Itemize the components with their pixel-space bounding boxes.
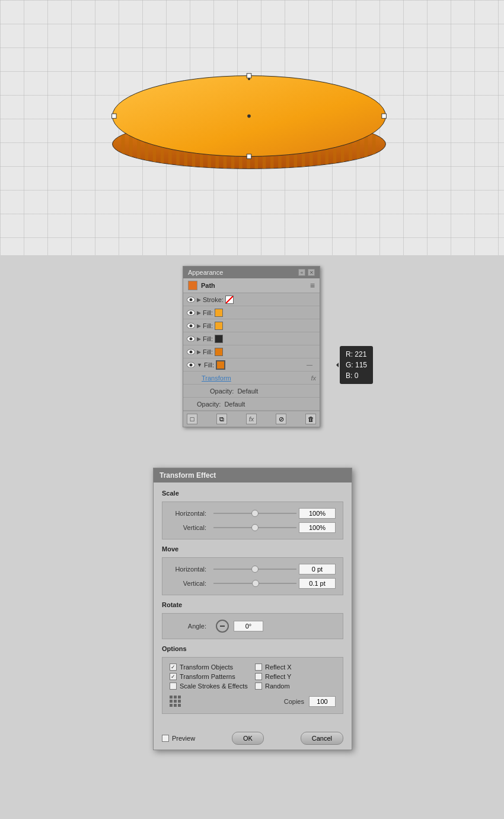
fill-label-4: Fill:	[203, 348, 213, 355]
preview-checkbox[interactable]	[162, 735, 169, 742]
scale-horizontal-thumb[interactable]	[251, 510, 259, 517]
move-horizontal-track[interactable]	[213, 569, 296, 570]
fill-swatch-5[interactable]	[216, 360, 225, 370]
fill-row-1: ▶ Fill:	[183, 306, 320, 319]
preview-row: Preview	[162, 735, 195, 742]
path-color-icon	[188, 281, 197, 290]
fill-swatch-2[interactable]	[215, 322, 223, 330]
reflect-y-label: Reflect Y	[265, 673, 291, 680]
delete-btn[interactable]: ⊘	[276, 414, 286, 424]
scale-horizontal-input[interactable]	[299, 508, 336, 519]
move-vertical-thumb[interactable]	[252, 580, 259, 587]
stroke-swatch[interactable]	[225, 296, 234, 304]
visibility-icon-stroke[interactable]	[187, 297, 195, 303]
fill-row-5-expanded: ▼ Fill: R: 221 G: 115 B: 0	[183, 358, 320, 372]
ok-button[interactable]: OK	[232, 732, 264, 745]
options-section-title: Options	[162, 645, 343, 652]
fx-label[interactable]: fx	[311, 374, 316, 382]
move-horizontal-label: Horizontal:	[170, 566, 211, 573]
fx-btn[interactable]: fx	[246, 414, 257, 424]
visibility-icon-fill1[interactable]	[187, 310, 195, 316]
fill-swatch-3[interactable]	[215, 335, 223, 343]
svg-point-41	[247, 115, 251, 118]
grid-dot-8	[174, 704, 177, 707]
rotate-section: Angle:	[162, 613, 343, 639]
fill-swatch-1[interactable]	[215, 309, 223, 317]
panel-menu-icon[interactable]: ≡	[310, 281, 315, 290]
color-tooltip: R: 221 G: 115 B: 0	[340, 346, 373, 384]
expand-arrow-fill3[interactable]: ▶	[197, 336, 201, 342]
move-section: Horizontal: Vertical:	[162, 557, 343, 595]
duplicate-btn[interactable]: ⧉	[216, 414, 227, 424]
move-vertical-row: Vertical:	[170, 578, 336, 589]
panel-footer: □ ⧉ fx ⊘ 🗑	[183, 411, 320, 427]
transform-objects-checkbox[interactable]	[170, 664, 177, 671]
scale-section-title: Scale	[162, 490, 343, 497]
scale-strokes-label: Scale Strokes & Effects	[180, 682, 248, 690]
reflect-y-checkbox[interactable]	[255, 673, 262, 680]
angle-icon	[216, 620, 229, 633]
expand-arrow-fill4[interactable]: ▶	[197, 349, 201, 355]
connector-line	[307, 365, 312, 366]
visibility-icon-fill4[interactable]	[187, 349, 195, 355]
new-layer-btn[interactable]: □	[187, 414, 197, 424]
tooltip-b: B: 0	[346, 370, 367, 381]
grid-dot-1	[170, 696, 173, 699]
copies-input[interactable]	[309, 696, 336, 707]
coin-svg	[104, 71, 394, 172]
move-section-title: Move	[162, 545, 343, 553]
opacity-label-sub: Opacity:	[210, 388, 235, 395]
visibility-icon-fill5[interactable]	[187, 362, 195, 368]
stroke-label: Stroke:	[203, 296, 224, 303]
expand-arrow-fill1[interactable]: ▶	[197, 310, 201, 316]
grid-dot-5	[174, 700, 177, 703]
reflect-x-option: Reflect X	[255, 664, 336, 671]
expand-arrow-stroke[interactable]: ▶	[197, 297, 201, 303]
transform-patterns-checkbox[interactable]	[170, 673, 177, 680]
fill-row-3: ▶ Fill:	[183, 332, 320, 345]
scale-vertical-track[interactable]	[213, 527, 296, 528]
transform-objects-label: Transform Objects	[180, 664, 233, 671]
transform-patterns-option: Transform Patterns	[170, 673, 250, 680]
grid-dot-2	[174, 696, 177, 699]
panel-title: Appearance	[188, 269, 223, 276]
move-horizontal-thumb[interactable]	[251, 566, 259, 573]
panel-collapse-btn[interactable]: «	[298, 269, 305, 276]
expand-arrow-fill5[interactable]: ▼	[197, 362, 202, 368]
move-vertical-label: Vertical:	[170, 580, 211, 587]
angle-label: Angle:	[170, 623, 211, 630]
scale-strokes-option: Scale Strokes & Effects	[170, 682, 250, 690]
fill-label-5: Fill:	[204, 361, 214, 369]
transform-link[interactable]: Transform	[202, 374, 231, 382]
move-vertical-input[interactable]	[299, 578, 336, 589]
panel-close-btn[interactable]: ✕	[308, 269, 315, 276]
random-checkbox[interactable]	[255, 682, 262, 690]
trash-btn[interactable]: 🗑	[305, 414, 316, 424]
random-label: Random	[265, 682, 290, 690]
dialog-body: Scale Horizontal: Vertical: Move	[154, 482, 352, 727]
rotate-row: Angle:	[170, 620, 336, 633]
panel-titlebar: Appearance « ✕	[183, 266, 320, 278]
fill-swatch-4[interactable]	[215, 348, 223, 356]
svg-rect-39	[382, 114, 387, 119]
move-horizontal-input[interactable]	[299, 564, 336, 574]
tooltip-g: G: 115	[346, 360, 367, 370]
move-vertical-track[interactable]	[213, 583, 296, 584]
scale-strokes-checkbox[interactable]	[170, 682, 177, 690]
cancel-button[interactable]: Cancel	[301, 732, 343, 745]
coin-object[interactable]	[104, 71, 394, 172]
transform-objects-option: Transform Objects	[170, 664, 250, 671]
visibility-icon-fill3[interactable]	[187, 336, 195, 342]
opacity-value-main: Default	[224, 401, 245, 408]
scale-horizontal-track[interactable]	[213, 513, 296, 514]
expand-arrow-fill2[interactable]: ▶	[197, 323, 201, 329]
scale-vertical-thumb[interactable]	[251, 524, 259, 531]
reflect-x-checkbox[interactable]	[255, 664, 262, 671]
scale-horizontal-label: Horizontal:	[170, 510, 211, 517]
opacity-value-sub: Default	[237, 388, 258, 395]
fill-label-1: Fill:	[203, 309, 213, 316]
visibility-icon-fill2[interactable]	[187, 323, 195, 329]
svg-point-42	[248, 78, 250, 80]
angle-input[interactable]	[234, 621, 263, 631]
scale-vertical-input[interactable]	[299, 522, 336, 533]
